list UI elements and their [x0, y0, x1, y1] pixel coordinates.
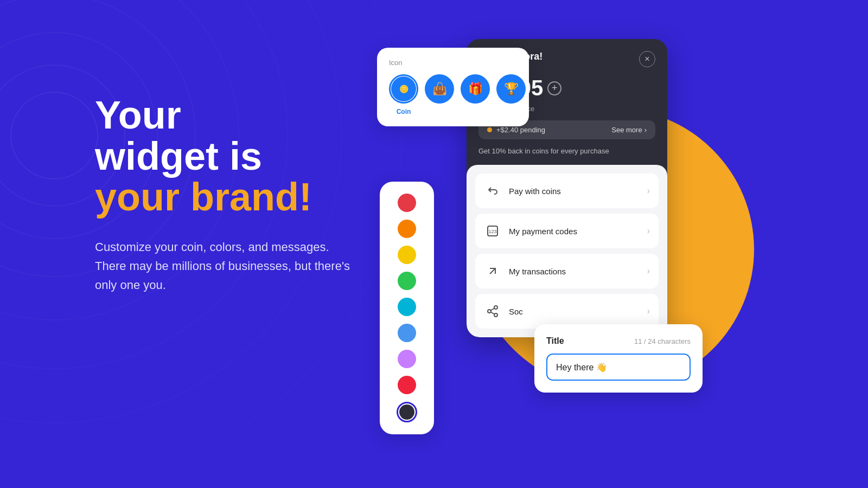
gift-icon: 🎁	[461, 74, 490, 104]
svg-line-17	[491, 309, 495, 311]
icon-option-trophy[interactable]: 🏆	[496, 74, 526, 115]
transactions-icon	[484, 262, 501, 280]
trophy-icon: 🏆	[496, 74, 526, 104]
payment-codes-icon: 123	[484, 222, 501, 240]
color-green[interactable]	[398, 272, 416, 290]
chevron-right-icon-4: ›	[647, 306, 650, 316]
pending-text: +$2.40 pending	[496, 126, 545, 134]
char-count: 11 / 24 characters	[634, 337, 691, 345]
title-input[interactable]	[546, 354, 691, 381]
menu-label-social: Soc	[509, 307, 523, 316]
chevron-right-icon-2: ›	[647, 226, 650, 236]
color-dark-selected[interactable]	[397, 402, 417, 422]
menu-item-transactions[interactable]: My transactions ›	[475, 254, 659, 288]
icon-selector-label: Icon	[389, 59, 517, 67]
menu-item-social[interactable]: Soc ›	[475, 294, 659, 329]
title-card-header: Title 11 / 24 characters	[546, 336, 691, 346]
promo-text: Get 10% back in coins for every purchase	[467, 147, 667, 165]
title-input-card: Title 11 / 24 characters	[534, 324, 703, 393]
pending-info: +$2.40 pending	[487, 126, 545, 134]
chevron-right-icon: ›	[647, 186, 650, 196]
subtext: Customize your coin, colors, and message…	[95, 237, 355, 295]
widget-menu: Pay with coins › 123 My payment codes › …	[467, 165, 667, 337]
add-balance-button[interactable]: +	[547, 81, 561, 95]
bag-icon: 👜	[425, 74, 454, 104]
headline-brand: your brand!	[95, 177, 355, 218]
color-purple[interactable]	[398, 350, 416, 368]
color-yellow[interactable]	[398, 246, 416, 264]
svg-point-0	[11, 92, 98, 179]
color-teal[interactable]	[398, 298, 416, 316]
title-label: Title	[546, 336, 564, 346]
coin-icon: 🪙	[391, 76, 416, 101]
color-red[interactable]	[398, 194, 416, 212]
pending-dot	[487, 127, 492, 132]
color-picker-card	[380, 182, 434, 434]
svg-text:123: 123	[488, 229, 496, 234]
svg-point-15	[494, 313, 497, 317]
headline-line1: Your widget is	[95, 95, 355, 177]
icon-option-coin[interactable]: 🪙 Coin	[389, 74, 418, 115]
icon-selector-card: Icon 🪙 Coin 👜 🎁 🏆	[377, 48, 529, 126]
social-icon	[484, 303, 501, 320]
menu-item-payment-codes[interactable]: 123 My payment codes ›	[475, 214, 659, 248]
svg-point-14	[488, 310, 491, 313]
pay-coins-icon	[484, 182, 501, 200]
icon-option-bag[interactable]: 👜	[425, 74, 454, 115]
chevron-right-icon-3: ›	[647, 266, 650, 276]
color-orange[interactable]	[398, 220, 416, 238]
see-more-button[interactable]: See more ›	[611, 126, 647, 134]
coin-label: Coin	[397, 108, 411, 115]
icon-option-gift[interactable]: 🎁	[461, 74, 490, 115]
color-blue[interactable]	[398, 324, 416, 342]
left-content: Your widget is your brand! Customize you…	[95, 95, 355, 294]
menu-label-pay-coins: Pay with coins	[509, 187, 561, 196]
svg-point-13	[494, 306, 497, 309]
close-button[interactable]: ×	[639, 51, 655, 67]
menu-label-payment-codes: My payment codes	[509, 227, 577, 236]
menu-label-transactions: My transactions	[509, 267, 566, 276]
svg-text:🪙: 🪙	[399, 85, 409, 94]
svg-line-16	[491, 312, 495, 314]
menu-item-pay-coins[interactable]: Pay with coins ›	[475, 174, 659, 208]
color-pink[interactable]	[398, 376, 416, 394]
icon-row: 🪙 Coin 👜 🎁 🏆	[389, 74, 517, 115]
